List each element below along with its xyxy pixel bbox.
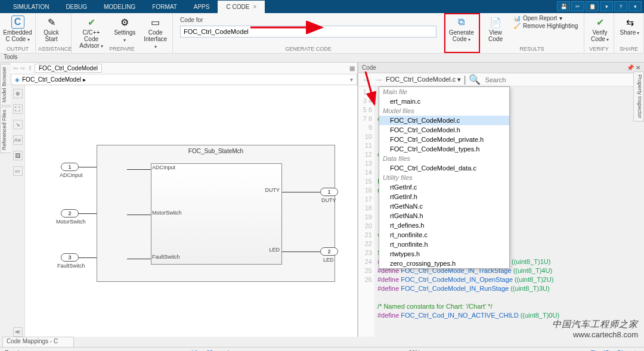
- file-selector[interactable]: FOC_Ctrl_CodeModel.c ▾: [386, 76, 461, 83]
- subsystem-block[interactable]: FOC_Sub_StateMch ADCInput MotorSwitch Fa…: [97, 145, 335, 282]
- nav-fwd-icon[interactable]: ⇨: [20, 65, 25, 72]
- code-advisor-button[interactable]: ✔C/C++ Code Advisor: [74, 14, 109, 51]
- nav-up-icon[interactable]: ⇧: [27, 65, 32, 72]
- more-tool-icon[interactable]: ≪: [13, 327, 23, 337]
- zoom-tool-icon[interactable]: ⊕: [13, 89, 23, 98]
- save-icon[interactable]: 💾: [557, 1, 570, 11]
- file-item[interactable]: FOC_Ctrl_CodeModel.c: [379, 116, 509, 125]
- cut-icon[interactable]: ✂: [571, 1, 584, 11]
- file-item[interactable]: rtGetNaN.c: [379, 201, 509, 211]
- tab-simulation[interactable]: SIMULATION: [5, 1, 57, 13]
- view-code-button[interactable]: 📄View Code: [482, 14, 509, 44]
- tab-modeling[interactable]: MODELING: [95, 1, 144, 13]
- tab-ccode[interactable]: C CODE×: [218, 1, 265, 13]
- pin-icon[interactable]: 📌: [627, 64, 634, 71]
- tab-debug[interactable]: DEBUG: [57, 1, 95, 13]
- model-tab[interactable]: FOC_Ctrl_CodeModel: [35, 64, 102, 73]
- model-browser-tab[interactable]: Model Browser: [0, 64, 11, 105]
- code-pane-title: Code: [362, 64, 376, 71]
- tile-icon[interactable]: ▦: [349, 65, 355, 72]
- verify-code-button[interactable]: ✔Verify Code: [587, 14, 613, 44]
- share-button[interactable]: ⇆Share: [617, 14, 643, 38]
- area-tool-icon[interactable]: ▭: [13, 166, 23, 176]
- file-item[interactable]: FOC_Ctrl_CodeModel_private.h: [379, 135, 509, 144]
- fit-tool-icon[interactable]: ⛶: [13, 104, 23, 114]
- outport-1[interactable]: 1: [320, 188, 338, 196]
- file-item[interactable]: FOC_Ctrl_CodeModel_types.h: [379, 144, 509, 154]
- file-item[interactable]: FOC_Ctrl_CodeModel.h: [379, 125, 509, 135]
- text-tool-icon[interactable]: A≡: [13, 135, 23, 145]
- file-item[interactable]: rt_nonfinite.h: [379, 240, 509, 249]
- nav-back-icon[interactable]: ⇦: [13, 65, 18, 72]
- generate-code-button[interactable]: ⧉Generate Code: [447, 14, 476, 44]
- nav-back-icon[interactable]: ←: [362, 74, 371, 85]
- line-gutter: 1 2 3 4 5 6 7 8 9 10 11 12 13 14 15 16 1…: [358, 86, 375, 337]
- watermark: 中国汽车工程师之家 www.cartech8.com: [552, 319, 638, 339]
- remove-highlight-button[interactable]: 🧹 Remove Highlighting: [511, 22, 580, 30]
- file-item[interactable]: rtGetInf.c: [379, 182, 509, 192]
- referenced-files-tab[interactable]: Referenced Files: [0, 107, 11, 153]
- embedded-c-code-button[interactable]: CEmbedded C Code: [2, 14, 33, 44]
- quick-start-button[interactable]: ✎Quick Start: [38, 14, 64, 44]
- close-icon[interactable]: ×: [253, 4, 256, 10]
- file-item[interactable]: rtGetInf.h: [379, 192, 509, 201]
- img-tool-icon[interactable]: 🖼: [13, 151, 23, 160]
- search-icon: 🔍: [469, 74, 481, 85]
- tab-apps[interactable]: APPS: [185, 1, 218, 13]
- search-input[interactable]: [483, 75, 640, 85]
- help-icon[interactable]: ?: [614, 1, 627, 11]
- property-inspector-tab[interactable]: Property Inspector: [633, 72, 644, 122]
- file-dropdown[interactable]: Main file ert_main.c Model files FOC_Ctr…: [379, 86, 510, 269]
- code-pane: Code📌 ✕ ← → FOC_Ctrl_CodeModel.c ▾ | 🔍 1…: [358, 63, 644, 337]
- dropdown-icon[interactable]: ▾: [600, 1, 613, 11]
- code-mappings-tab[interactable]: Code Mappings - C: [2, 337, 74, 347]
- code-for-input[interactable]: [180, 26, 436, 38]
- code-for-label: Code for: [180, 17, 436, 23]
- model-canvas[interactable]: FOC_Sub_StateMch ADCInput MotorSwitch Fa…: [25, 85, 357, 337]
- status-bar: Ready View 39 warnings 96% FixedStepDisc…: [0, 347, 644, 351]
- inport-3[interactable]: 3: [61, 253, 79, 262]
- arrow-tool-icon[interactable]: ↘: [13, 120, 23, 129]
- tools-bar: Tools: [0, 54, 644, 63]
- inport-1[interactable]: 1: [61, 163, 79, 171]
- open-report-button[interactable]: 📊 Open Report ▾: [511, 14, 580, 22]
- block-title: FOC_Sub_StateMch: [97, 145, 335, 157]
- gear-icon: ⚙: [118, 15, 131, 29]
- settings-button[interactable]: ⚙Settings: [111, 14, 138, 45]
- tab-format[interactable]: FORMAT: [144, 1, 185, 13]
- outport-2[interactable]: 2: [320, 247, 338, 256]
- more-icon[interactable]: ▾: [628, 1, 642, 11]
- close-code-icon[interactable]: ✕: [636, 64, 640, 71]
- file-item[interactable]: ert_main.c: [379, 97, 509, 106]
- inport-2[interactable]: 2: [61, 209, 79, 218]
- ribbon: CEmbedded C Code OUTPUT ✎Quick Start ASS…: [0, 13, 644, 54]
- nav-fwd-icon[interactable]: →: [374, 74, 383, 85]
- file-item[interactable]: rt_nonfinite.c: [379, 230, 509, 240]
- breadcrumb-path[interactable]: ◈FOC_Ctrl_CodeModel ▸ ▾: [11, 74, 357, 85]
- file-item[interactable]: rtwtypes.h: [379, 249, 509, 259]
- top-tab-bar: SIMULATION DEBUG MODELING FORMAT APPS C …: [0, 0, 644, 13]
- file-item[interactable]: rtGetNaN.h: [379, 211, 509, 220]
- paste-icon[interactable]: 📋: [586, 1, 599, 11]
- file-item[interactable]: rt_defines.h: [379, 220, 509, 230]
- file-item[interactable]: FOC_Ctrl_CodeModel_data.c: [379, 163, 509, 173]
- file-item[interactable]: zero_crossing_types.h: [379, 259, 509, 268]
